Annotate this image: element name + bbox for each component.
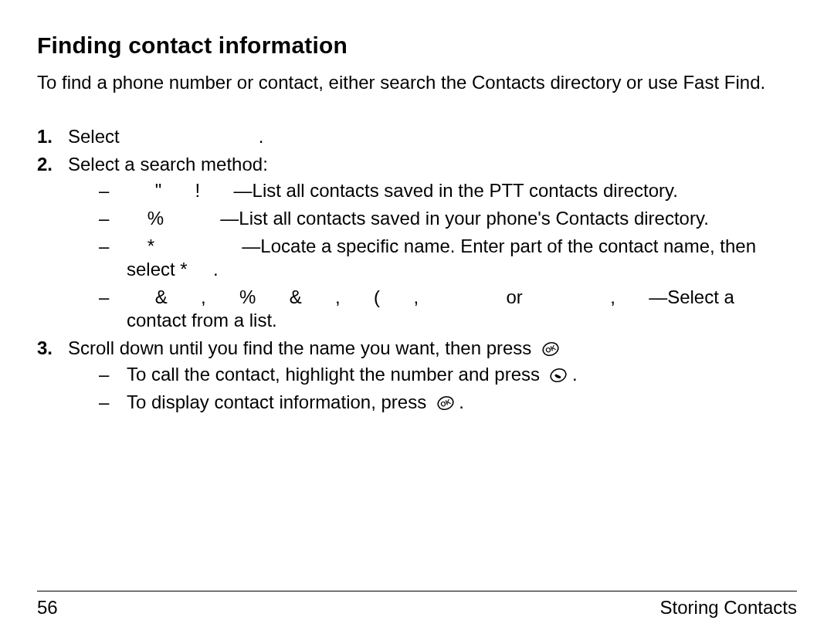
page-title: Finding contact information [37, 31, 797, 60]
symbol: % [147, 208, 164, 229]
step-3-sublist: – To call the contact, highlight the num… [68, 363, 797, 414]
dash-bullet: – [99, 363, 109, 386]
step-text-part: Select [68, 126, 120, 147]
symbol: , [610, 286, 615, 307]
dash-bullet: – [99, 286, 109, 309]
step-text: Select a search method: [68, 154, 268, 175]
sub-text: & , % & , ( , or , [127, 286, 734, 330]
sub-item: – To display contact information, press … [99, 391, 797, 414]
intro-paragraph: To find a phone number or contact, eithe… [37, 71, 797, 94]
step-number: 2. [37, 153, 53, 176]
sub-text-body: or [506, 286, 522, 307]
sub-item: – * —Locate a specific name. Enter part … [99, 235, 797, 281]
sub-text-body: To display contact information, press [127, 391, 426, 412]
sub-text-body: —List all contacts saved in the PTT cont… [234, 180, 678, 201]
symbol: " [155, 180, 162, 201]
symbol: & [155, 286, 168, 307]
sub-text-body: —Locate a specific name. Enter part of t… [127, 236, 756, 280]
step-3: 3. Scroll down until you find the name y… [37, 337, 797, 414]
page-footer: 56 Storing Contacts [37, 591, 797, 619]
dash-bullet: – [99, 235, 109, 258]
symbol: , [413, 286, 419, 307]
call-icon [550, 367, 567, 384]
sub-text: To display contact information, press OK… [127, 391, 464, 412]
symbol: % [239, 286, 256, 307]
dash-bullet: – [99, 179, 109, 202]
step-2-sublist: – " ! —List all contacts saved in the PT… [68, 179, 797, 332]
sub-text-body: —Select a contact from a list. [127, 286, 734, 330]
symbol: & [290, 286, 302, 307]
sub-text-body: . [572, 364, 578, 385]
dash-bullet: – [99, 207, 109, 230]
ok-icon: OK [542, 341, 559, 358]
step-text: Scroll down until you find the name you … [68, 337, 559, 358]
symbol: , [335, 286, 341, 307]
symbol: * [147, 236, 154, 256]
sub-item: – To call the contact, highlight the num… [99, 363, 797, 386]
step-text-body: Scroll down until you find the name you … [68, 337, 531, 358]
page-number: 56 [37, 596, 58, 619]
sub-text: " ! —List all contacts saved in the PTT … [127, 180, 678, 201]
sub-text: % —List all contacts saved in your phone… [127, 208, 709, 229]
sub-item: – % —List all contacts saved in your pho… [99, 207, 797, 230]
step-text: Select . [68, 126, 263, 147]
step-2: 2. Select a search method: – " ! —List a… [37, 153, 797, 332]
symbol: ( [374, 286, 380, 307]
steps-list: 1. Select . 2. Select a search method: –… [37, 125, 797, 414]
ok-icon: OK [437, 395, 454, 412]
symbol: ! [195, 180, 201, 201]
section-name: Storing Contacts [660, 596, 797, 619]
sub-item: – " ! —List all contacts saved in the PT… [99, 179, 797, 202]
step-text-part: . [259, 126, 264, 147]
sub-text: * —Locate a specific name. Enter part of… [127, 236, 756, 280]
sub-text-body: —List all contacts saved in your phone's… [220, 208, 708, 229]
step-number: 3. [37, 337, 53, 360]
sub-text: To call the contact, highlight the numbe… [127, 364, 578, 385]
step-number: 1. [37, 125, 53, 148]
sub-item: – & , % & , ( , or [99, 286, 797, 332]
symbol: , [201, 286, 206, 307]
sub-text-body: . [213, 259, 219, 280]
sub-text-body: . [459, 391, 464, 412]
dash-bullet: – [99, 391, 109, 414]
step-1: 1. Select . [37, 125, 797, 148]
sub-text-body: To call the contact, highlight the numbe… [127, 364, 540, 385]
